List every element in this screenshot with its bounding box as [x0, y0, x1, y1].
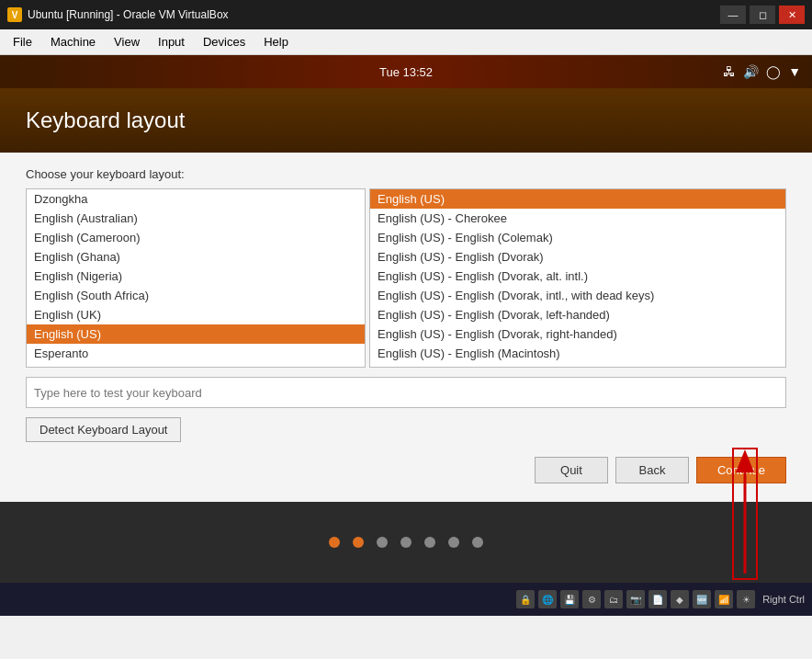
variant-item[interactable]: English (US) - English (Dvorak, right-ha…	[370, 324, 785, 344]
keyboard-variant-list[interactable]: English (US) English (US) - Cherokee Eng…	[369, 188, 786, 368]
detect-keyboard-button[interactable]: Detect Keyboard Layout	[26, 417, 181, 442]
dot-6	[448, 537, 459, 548]
topbar-menu-icon: ▼	[788, 64, 801, 79]
network-icon: 🖧	[723, 64, 736, 79]
taskbar-icon-4[interactable]: ⚙	[582, 590, 601, 608]
variant-item[interactable]: English (US) - English (Dvorak, alt. int…	[370, 267, 785, 286]
menu-input[interactable]: Input	[149, 31, 194, 52]
dot-3	[377, 537, 388, 548]
menu-devices[interactable]: Devices	[194, 31, 254, 52]
taskbar-icon-1[interactable]: 🔒	[516, 590, 535, 608]
ubuntu-bottom	[0, 502, 812, 583]
list-item-selected[interactable]: English (US)	[27, 324, 365, 344]
variant-item-selected[interactable]: English (US)	[370, 189, 785, 209]
dot-2	[353, 537, 364, 548]
list-item[interactable]: English (Ghana)	[27, 247, 365, 267]
list-item[interactable]: English (South Africa)	[27, 286, 365, 305]
vm-screen: Tue 13:52 🖧 🔊 ◯ ▼ Keyboard layout Choose…	[0, 55, 812, 583]
variant-item[interactable]: English (US) - English (Colemak)	[370, 228, 785, 247]
choose-label: Choose your keyboard layout:	[26, 167, 786, 181]
window-titlebar: V Ubuntu [Running] - Oracle VM VirtualBo…	[0, 0, 812, 29]
menu-file[interactable]: File	[4, 31, 41, 52]
dot-1	[329, 537, 340, 548]
taskbar-icon-7[interactable]: 📄	[648, 590, 667, 608]
back-button[interactable]: Back	[615, 457, 689, 483]
close-button[interactable]: ✕	[779, 6, 805, 24]
restore-button[interactable]: ◻	[750, 6, 775, 24]
taskbar-icon-9[interactable]: 🆕	[693, 590, 711, 608]
layout-panels: Dzongkha English (Australian) English (C…	[26, 188, 786, 368]
ubuntu-topbar: Tue 13:52 🖧 🔊 ◯ ▼	[0, 55, 812, 88]
continue-button[interactable]: Continue	[696, 457, 786, 483]
power-icon: ◯	[766, 64, 781, 79]
topbar-time: Tue 13:52	[379, 65, 433, 79]
variant-item[interactable]: English (US) - English (Dvorak)	[370, 247, 785, 267]
page-header: Keyboard layout	[0, 88, 812, 153]
keyboard-layout-list[interactable]: Dzongkha English (Australian) English (C…	[26, 188, 366, 368]
page-title: Keyboard layout	[26, 108, 185, 133]
menubar: File Machine View Input Devices Help	[0, 29, 812, 55]
quit-button[interactable]: Quit	[535, 457, 608, 483]
main-content: Choose your keyboard layout: Dzongkha En…	[0, 153, 812, 502]
dot-7	[472, 537, 483, 548]
list-item[interactable]: Esperanto	[27, 344, 365, 363]
taskbar-icon-10[interactable]: 📶	[715, 590, 733, 608]
list-item[interactable]: English (UK)	[27, 305, 365, 324]
minimize-button[interactable]: —	[720, 6, 746, 24]
taskbar-icon-8[interactable]: ◆	[671, 590, 689, 608]
menu-help[interactable]: Help	[254, 31, 298, 52]
app-icon: V	[7, 7, 22, 22]
taskbar-icon-2[interactable]: 🌐	[538, 590, 557, 608]
dot-5	[424, 537, 435, 548]
taskbar-icon-6[interactable]: 📷	[626, 590, 645, 608]
dot-4	[400, 537, 412, 548]
action-buttons: Quit Back Continue	[26, 457, 786, 483]
variant-item[interactable]: English (US) - English (Dvorak, left-han…	[370, 305, 785, 324]
progress-dots	[329, 537, 483, 548]
list-item[interactable]: English (Australian)	[27, 209, 365, 228]
variant-item[interactable]: English (US) - English (Dvorak, intl., w…	[370, 286, 785, 305]
taskbar-icon-3[interactable]: 💾	[560, 590, 579, 608]
taskbar-right-ctrl-label: Right Ctrl	[762, 594, 805, 605]
keyboard-test-input[interactable]	[26, 377, 786, 408]
list-item[interactable]: Dzongkha	[27, 189, 365, 209]
menu-view[interactable]: View	[105, 31, 149, 52]
variant-item[interactable]: English (US) - English (Macintosh)	[370, 344, 785, 363]
list-item[interactable]: English (Nigeria)	[27, 267, 365, 286]
window-controls: — ◻ ✕	[720, 6, 805, 24]
taskbar-icon-5[interactable]: 🗂	[604, 590, 623, 608]
volume-icon: 🔊	[743, 64, 759, 79]
window-title: Ubuntu [Running] - Oracle VM VirtualBox	[28, 8, 720, 21]
taskbar: 🔒 🌐 💾 ⚙ 🗂 📷 📄 ◆ 🆕 📶 ☀ Right Ctrl	[0, 583, 812, 616]
topbar-icons: 🖧 🔊 ◯ ▼	[723, 64, 801, 79]
list-item[interactable]: English (Cameroon)	[27, 228, 365, 247]
variant-item[interactable]: English (US) - Cherokee	[370, 209, 785, 228]
taskbar-icon-network[interactable]: ☀	[737, 590, 755, 608]
menu-machine[interactable]: Machine	[41, 31, 105, 52]
